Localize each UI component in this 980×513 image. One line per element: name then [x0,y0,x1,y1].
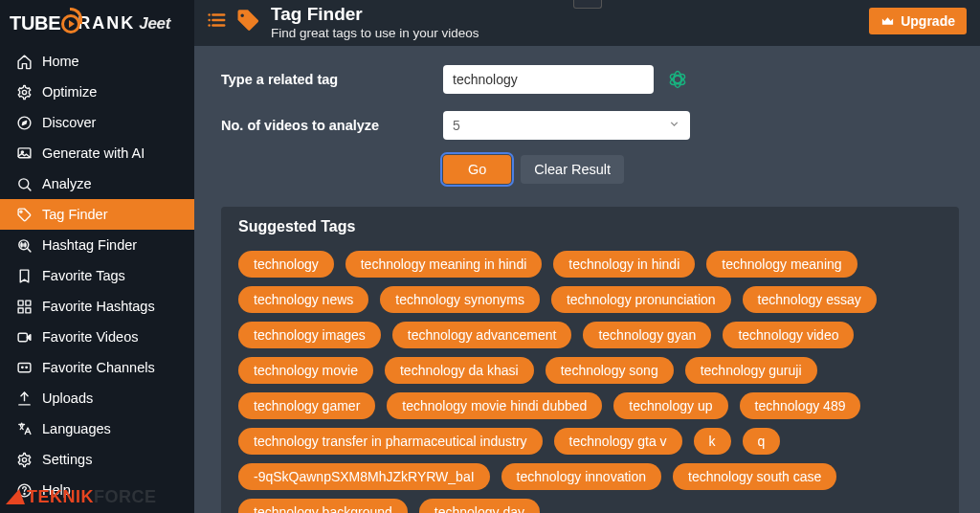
sidebar-item-generate-with-ai[interactable]: Generate with AI [0,138,194,168]
sidebar-item-label: Analyze [42,176,92,191]
sidebar-item-languages[interactable]: Languages [0,413,194,444]
tag-pill[interactable]: technology south case [673,463,836,490]
grid-icon [15,298,33,315]
tag-input[interactable] [443,65,654,94]
bookmark-icon [15,267,33,284]
tag-pill[interactable]: technology song [546,357,674,384]
svg-rect-17 [18,333,27,342]
brand-logo: TUBE RANK Jeet [0,0,194,46]
svg-point-30 [208,24,211,27]
gear-icon [15,451,33,468]
sidebar-item-favorite-channels[interactable]: Favorite Channels [0,352,194,383]
tag-pill[interactable]: technology da khasi [385,357,534,384]
tag-pill[interactable]: technology gyan [583,322,711,348]
tag-pill[interactable]: technology meaning [706,251,857,278]
tag-header-icon [234,8,261,37]
svg-line-6 [27,187,31,190]
sidebar-item-favorite-videos[interactable]: Favorite Videos [0,322,194,352]
sidebar-item-hashtag-finder[interactable]: Hashtag Finder [0,230,194,260]
tag-pill[interactable]: technology synonyms [380,286,540,313]
sidebar-item-label: Settings [42,452,92,467]
video-icon [15,328,33,346]
sidebar-item-label: Discover [42,115,96,130]
tag-pill[interactable]: technology movie hindi dubbed [387,392,602,419]
tag-pill[interactable]: technology 489 [740,392,861,419]
tag-pill[interactable]: technology guruji [685,357,817,384]
sidebar-item-label: Favorite Videos [42,329,138,345]
svg-line-8 [27,248,31,252]
tag-pill[interactable]: technology video [723,322,854,348]
sidebar-item-tag-finder[interactable]: Tag Finder [0,199,194,230]
tag-icon [15,206,33,223]
brand-jeet: Jeet [139,15,170,32]
count-label: No. of videos to analyze [221,118,443,133]
svg-rect-15 [18,307,23,312]
upgrade-button[interactable]: Upgrade [869,8,967,34]
tag-pill[interactable]: technology day [419,499,540,513]
tag-pill[interactable]: technology advancement [392,322,572,348]
svg-marker-2 [22,121,26,124]
svg-rect-19 [18,363,31,371]
sidebar-item-optimize[interactable]: Optimize [0,77,194,107]
hash-icon [15,236,33,254]
tag-pill[interactable]: technology background [238,499,408,513]
list-icon[interactable] [206,10,227,33]
tag-pill[interactable]: technology in hindi [553,251,695,278]
content: Type a related tag No. of videos to anal… [194,46,980,513]
tag-pill[interactable]: k [694,428,731,455]
sidebar-nav: HomeOptimizeDiscoverGenerate with AIAnal… [0,46,194,513]
page-subtitle: Find great tags to use in your videos [271,26,479,40]
sidebar-item-settings[interactable]: Settings [0,444,194,475]
svg-point-22 [22,457,26,461]
svg-point-20 [21,367,22,368]
sidebar-item-label: Home [42,54,79,69]
image-ai-icon [15,145,33,162]
tab-indicator-icon [573,0,602,9]
topbar: Tag Finder Find great tags to use in you… [194,0,980,46]
svg-rect-13 [18,301,23,305]
chevron-down-icon [668,118,680,133]
brand-6-icon [60,11,78,34]
sidebar-item-favorite-tags[interactable]: Favorite Tags [0,260,194,291]
main: Tag Finder Find great tags to use in you… [194,0,980,513]
tag-pill[interactable]: technology innovation [501,463,661,490]
sidebar-item-uploads[interactable]: Uploads [0,383,194,413]
tag-pill[interactable]: technology up [613,392,727,419]
lang-icon [15,420,33,437]
tag-pill[interactable]: technology meaning in hindi [345,251,543,278]
sidebar-item-favorite-hashtags[interactable]: Favorite Hashtags [0,291,194,322]
home-icon [15,53,33,70]
svg-point-28 [208,13,211,16]
tag-pill[interactable]: technology news [238,286,368,313]
tag-pill[interactable]: technology gta v [554,428,682,455]
tag-pill[interactable]: technology pronunciation [551,286,731,313]
sidebar-item-home[interactable]: Home [0,46,194,77]
sidebar-item-label: Languages [42,421,111,436]
sidebar-item-discover[interactable]: Discover [0,107,194,138]
tag-pill[interactable]: technology [238,251,334,278]
svg-point-0 [22,90,26,94]
sidebar-item-label: Generate with AI [42,145,145,161]
tag-pill[interactable]: technology essay [743,286,877,313]
count-value: 5 [453,118,460,133]
brand-rank: RANK [78,14,135,32]
tag-pill[interactable]: q [743,428,781,455]
ai-icon[interactable] [665,67,690,92]
upgrade-label: Upgrade [901,13,955,29]
tag-pill[interactable]: technology images [238,322,381,348]
crown-icon [880,14,895,29]
tag-pill[interactable]: -9qSkQawnpSXM8MhJZkRYRW_baI [238,463,490,490]
svg-rect-14 [25,301,30,305]
compass-icon [15,114,33,131]
sidebar-item-analyze[interactable]: Analyze [0,168,194,199]
tag-pill[interactable]: technology gamer [238,392,375,419]
go-button[interactable]: Go [443,155,511,184]
count-select[interactable]: 5 [443,111,690,140]
sidebar-item-label: Favorite Tags [42,268,125,283]
tag-pill[interactable]: technology movie [238,357,373,384]
svg-point-21 [25,367,26,368]
clear-result-button[interactable]: Clear Result [521,155,624,184]
sidebar-item-label: Uploads [42,390,93,406]
search-icon [15,175,33,192]
tag-pill[interactable]: technology transfer in pharmaceutical in… [238,428,543,455]
